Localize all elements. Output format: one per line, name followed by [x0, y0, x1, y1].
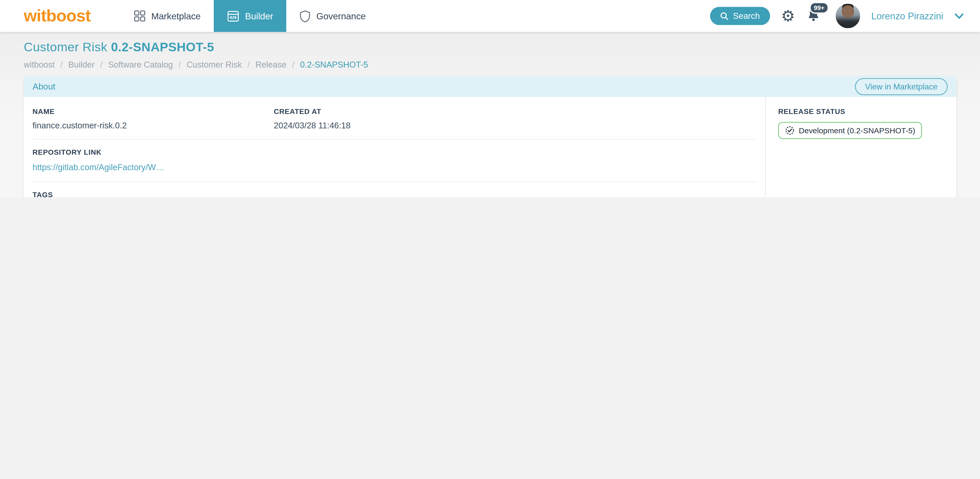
search-label: Search: [733, 11, 760, 21]
nav-builder-label: Builder: [245, 11, 274, 21]
release-status-text: Development (0.2-SNAPSHOT-5): [799, 126, 915, 135]
code-window-icon: [227, 10, 239, 22]
breadcrumb-item[interactable]: Customer Risk: [186, 60, 242, 69]
page-title: Customer Risk 0.2-SNAPSHOT-5: [24, 40, 956, 54]
created-at-label: CREATED AT: [274, 108, 756, 115]
check-dashed-circle-icon: [785, 126, 794, 135]
nav-governance[interactable]: Governance: [286, 0, 379, 32]
repository-link[interactable]: https://gitlab.com/AgileFactory/W…: [32, 163, 164, 172]
page-title-name: Customer Risk: [24, 40, 107, 54]
shield-icon: [299, 10, 311, 22]
grid-icon: [134, 10, 145, 22]
release-status-label: RELEASE STATUS: [778, 108, 944, 115]
breadcrumb-item[interactable]: Release: [255, 60, 286, 69]
name-value: finance.customer-risk.0.2: [32, 121, 274, 130]
repository-link-label: REPOSITORY LINK: [32, 148, 756, 156]
main-nav: Marketplace Builder Governance: [121, 0, 379, 32]
breadcrumb-separator: /: [178, 60, 181, 69]
breadcrumb-item-current: 0.2-SNAPSHOT-5: [300, 60, 368, 69]
about-title: About: [32, 81, 56, 91]
breadcrumb: witboost/ Builder/ Software Catalog/ Cus…: [24, 60, 956, 69]
breadcrumb-item[interactable]: witboost: [24, 60, 54, 69]
witboost-logo[interactable]: witboost: [24, 6, 91, 26]
breadcrumb-separator: /: [247, 60, 250, 69]
about-card: About View in Marketplace NAME finance.c…: [24, 76, 956, 197]
user-menu[interactable]: Lorenzo Pirazzini: [871, 11, 943, 21]
view-in-marketplace-button[interactable]: View in Marketplace: [855, 78, 948, 95]
page-title-version: 0.2-SNAPSHOT-5: [111, 40, 214, 54]
nav-marketplace-label: Marketplace: [151, 11, 200, 21]
gear-icon[interactable]: ⚙: [781, 8, 795, 24]
created-at-value: 2024/03/28 11:46:18: [274, 121, 756, 130]
breadcrumb-separator: /: [100, 60, 102, 69]
chevron-down-icon[interactable]: [955, 13, 964, 19]
nav-governance-label: Governance: [317, 11, 366, 21]
breadcrumb-separator: /: [60, 60, 62, 69]
notification-badge: 99+: [810, 2, 829, 14]
name-label: NAME: [32, 108, 274, 115]
breadcrumb-item[interactable]: Builder: [68, 60, 94, 69]
release-status-badge: Development (0.2-SNAPSHOT-5): [778, 122, 922, 139]
nav-marketplace[interactable]: Marketplace: [121, 0, 214, 32]
breadcrumb-item[interactable]: Software Catalog: [108, 60, 173, 69]
search-icon: [720, 11, 729, 20]
tags-label: TAGS: [32, 191, 756, 197]
notifications-button[interactable]: 99+: [806, 7, 821, 25]
nav-builder[interactable]: Builder: [214, 0, 286, 32]
search-button[interactable]: Search: [710, 7, 770, 25]
breadcrumb-separator: /: [292, 60, 294, 69]
avatar[interactable]: [835, 4, 860, 28]
top-nav: witboost Marketplace Builder: [0, 0, 980, 32]
